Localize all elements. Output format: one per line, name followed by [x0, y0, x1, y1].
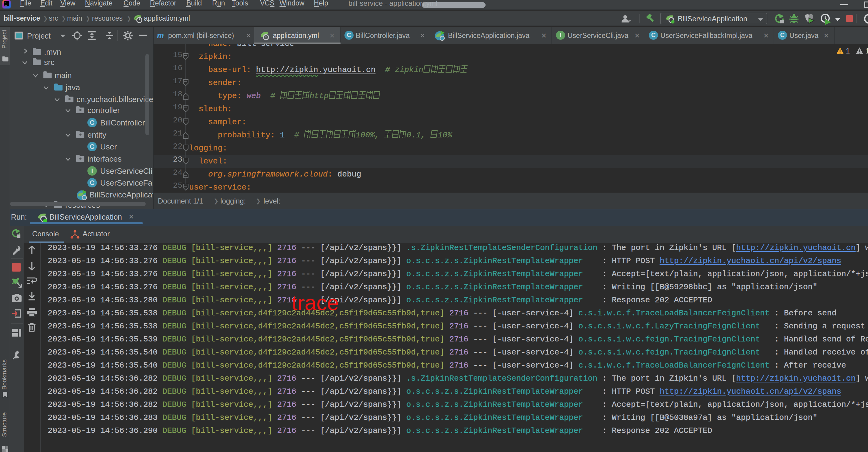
svg-text:m: m — [157, 31, 164, 40]
